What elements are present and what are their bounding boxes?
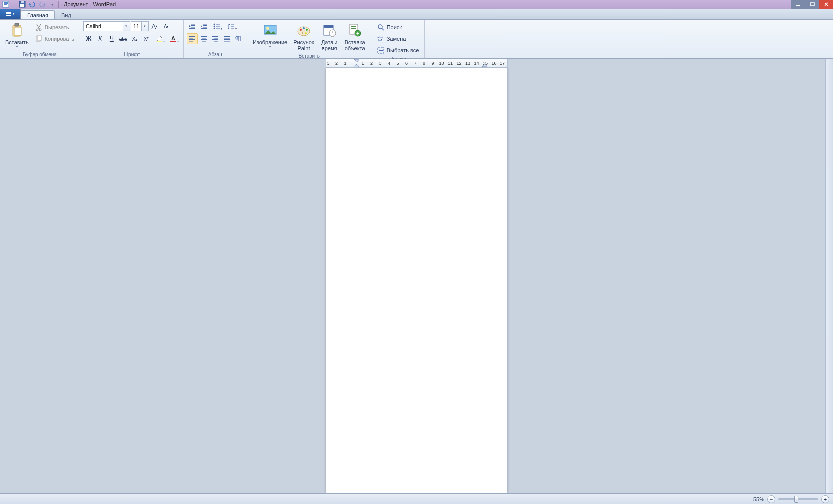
insert-image-button[interactable]: Изображение ▾ <box>250 21 290 50</box>
svg-rect-27 <box>203 25 207 26</box>
wordpad-icon[interactable] <box>2 0 10 8</box>
svg-rect-49 <box>212 39 218 40</box>
svg-rect-25 <box>189 28 195 29</box>
svg-rect-46 <box>202 41 206 42</box>
svg-rect-75 <box>379 50 383 51</box>
svg-point-16 <box>39 29 41 31</box>
cut-label: Вырезать <box>45 24 69 30</box>
svg-rect-24 <box>191 27 195 28</box>
find-label: Поиск <box>387 24 402 30</box>
save-icon[interactable] <box>18 0 26 8</box>
svg-rect-21 <box>170 41 176 42</box>
image-icon <box>262 22 278 38</box>
select-all-icon <box>377 46 385 54</box>
subscript-button[interactable]: X₂ <box>129 33 140 44</box>
paragraph-dialog-button[interactable] <box>233 33 244 44</box>
minimize-button[interactable] <box>791 0 805 9</box>
svg-rect-18 <box>37 35 41 40</box>
zoom-out-button[interactable]: − <box>767 495 775 503</box>
replace-label: Замена <box>387 36 406 42</box>
svg-point-34 <box>213 28 215 29</box>
italic-button[interactable]: К <box>95 33 106 44</box>
svg-rect-29 <box>201 28 207 29</box>
status-bar: 55% − + <box>0 493 833 504</box>
horizontal-ruler[interactable]: 3211234567891011121314151617 <box>326 59 508 68</box>
qat-customize-icon[interactable]: ▾ <box>48 0 56 8</box>
ruler-indent-marker-left[interactable] <box>354 59 359 68</box>
font-color-icon: A <box>169 35 177 43</box>
find-icon <box>377 23 385 31</box>
insert-datetime-button[interactable]: Дата и время <box>318 21 341 53</box>
svg-rect-76 <box>379 52 382 52</box>
svg-rect-33 <box>216 26 220 27</box>
zoom-slider-thumb[interactable] <box>794 496 798 503</box>
superscript-button[interactable]: X² <box>141 33 152 44</box>
line-spacing-button[interactable] <box>224 21 238 32</box>
paste-button[interactable]: Вставить ▾ <box>3 21 31 50</box>
window-title: Документ - WordPad <box>64 1 116 7</box>
document-page[interactable] <box>326 68 508 493</box>
align-right-button[interactable] <box>210 33 221 44</box>
paste-icon <box>9 22 25 38</box>
copy-button[interactable]: Копировать <box>32 33 77 44</box>
font-color-button[interactable]: A <box>167 33 180 44</box>
svg-rect-26 <box>203 24 207 25</box>
copy-icon <box>35 35 43 43</box>
increase-indent-button[interactable] <box>198 21 209 32</box>
svg-rect-52 <box>224 38 230 39</box>
cut-button[interactable]: Вырезать <box>32 22 77 33</box>
highlight-color-button[interactable] <box>152 33 166 44</box>
group-font: Calibri ▾ 11 ▾ A▴ A▾ Ж К <box>80 20 184 58</box>
bold-button[interactable]: Ж <box>83 33 94 44</box>
svg-point-59 <box>303 27 305 29</box>
bullets-button[interactable] <box>210 21 224 32</box>
shrink-font-button[interactable]: A▾ <box>161 21 171 32</box>
vertical-scrollbar[interactable] <box>825 59 833 493</box>
replace-button[interactable]: abac Замена <box>374 33 422 44</box>
svg-rect-63 <box>324 25 333 28</box>
group-font-label: Шрифт <box>83 51 180 58</box>
quick-access-toolbar: ▾ <box>0 0 56 8</box>
underline-button[interactable]: Ч <box>106 33 117 44</box>
decrease-indent-button[interactable] <box>187 21 198 32</box>
svg-rect-50 <box>214 41 218 42</box>
font-size-value: 11 <box>133 23 139 29</box>
svg-rect-23 <box>191 25 195 26</box>
align-left-button[interactable] <box>187 33 198 44</box>
align-justify-button[interactable] <box>221 33 232 44</box>
maximize-button[interactable] <box>805 0 819 9</box>
tab-view[interactable]: Вид <box>55 10 78 19</box>
file-menu-button[interactable]: ▾ <box>0 8 21 19</box>
title-separator <box>58 1 59 8</box>
svg-point-30 <box>213 24 215 25</box>
zoom-in-button[interactable]: + <box>821 495 829 503</box>
svg-rect-5 <box>21 1 24 3</box>
svg-rect-9 <box>6 12 11 13</box>
insert-object-button[interactable]: + Вставка объекта <box>342 21 368 53</box>
strikethrough-button[interactable]: abc <box>118 33 129 44</box>
font-family-combo[interactable]: Calibri ▾ <box>83 21 130 31</box>
grow-font-button[interactable]: A▴ <box>149 21 160 32</box>
ruler-indent-marker-right[interactable] <box>482 63 487 68</box>
svg-point-58 <box>300 29 302 31</box>
find-button[interactable]: Поиск <box>374 22 422 33</box>
select-all-button[interactable]: Выбрать все <box>374 45 422 56</box>
align-center-button[interactable] <box>198 33 209 44</box>
font-family-value: Calibri <box>86 23 101 29</box>
svg-point-70 <box>378 25 382 29</box>
svg-point-60 <box>306 29 308 31</box>
svg-rect-35 <box>216 28 220 29</box>
tab-home[interactable]: Главная <box>21 10 55 19</box>
insert-paint-button[interactable]: Рисунок Paint <box>291 21 317 53</box>
undo-icon[interactable] <box>28 0 36 8</box>
svg-point-15 <box>36 29 38 31</box>
close-button[interactable] <box>819 0 833 9</box>
svg-rect-7 <box>796 5 800 6</box>
font-size-combo[interactable]: 11 ▾ <box>131 21 149 31</box>
group-paragraph-label: Абзац <box>187 51 244 58</box>
paint-icon <box>296 22 312 38</box>
zoom-slider[interactable] <box>778 498 818 500</box>
insert-datetime-label: Дата и время <box>321 39 338 51</box>
svg-point-56 <box>266 27 269 30</box>
redo-icon[interactable] <box>38 0 46 8</box>
